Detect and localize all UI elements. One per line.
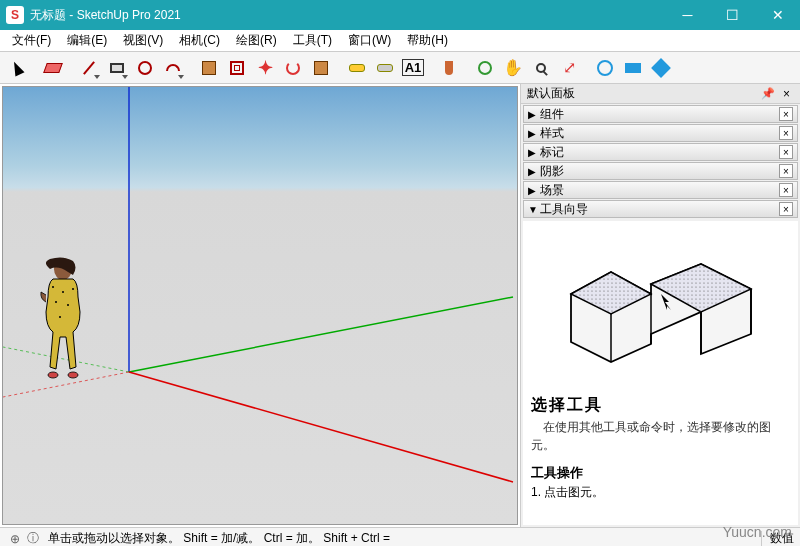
menu-bar: 文件(F) 编辑(E) 视图(V) 相机(C) 绘图(R) 工具(T) 窗口(W… bbox=[0, 30, 800, 52]
menu-window[interactable]: 窗口(W) bbox=[340, 30, 399, 51]
accordion-section-1[interactable]: ▶样式× bbox=[523, 124, 798, 142]
svg-point-8 bbox=[72, 288, 74, 290]
status-bar: ⊕ ⓘ 单击或拖动以选择对象。 Shift = 加/减。 Ctrl = 加。 S… bbox=[0, 527, 800, 546]
zoom-extents-tool[interactable]: ⤢ bbox=[556, 55, 582, 81]
extension-1-tool[interactable] bbox=[592, 55, 618, 81]
chevron-icon: ▶ bbox=[528, 109, 540, 120]
line-tool[interactable] bbox=[76, 55, 102, 81]
svg-line-1 bbox=[129, 297, 513, 372]
section-close-icon[interactable]: × bbox=[779, 164, 793, 178]
chevron-icon: ▶ bbox=[528, 185, 540, 196]
accordion-section-0[interactable]: ▶组件× bbox=[523, 105, 798, 123]
app-icon: S bbox=[6, 6, 24, 24]
instructor-ops-heading: 工具操作 bbox=[531, 464, 790, 482]
accordion-section-3[interactable]: ▶阴影× bbox=[523, 162, 798, 180]
accordion-section-2[interactable]: ▶标记× bbox=[523, 143, 798, 161]
menu-camera[interactable]: 相机(C) bbox=[171, 30, 228, 51]
toolbar: ✦ A1 ✋ ⤢ bbox=[0, 52, 800, 84]
accordion-label: 组件 bbox=[540, 106, 779, 123]
instructor-step: 1. 点击图元。 bbox=[531, 484, 790, 501]
instructor-panel: 选择工具 在使用其他工具或命令时，选择要修改的图元。 工具操作 1. 点击图元。 bbox=[523, 221, 798, 525]
menu-file[interactable]: 文件(F) bbox=[4, 30, 59, 51]
chevron-icon: ▼ bbox=[528, 204, 540, 215]
circle-tool[interactable] bbox=[132, 55, 158, 81]
accordion-label: 标记 bbox=[540, 144, 779, 161]
instructor-description: 在使用其他工具或命令时，选择要修改的图元。 bbox=[531, 418, 790, 454]
zoom-tool[interactable] bbox=[528, 55, 554, 81]
minimize-button[interactable]: ─ bbox=[665, 0, 710, 30]
extension-3-tool[interactable] bbox=[648, 55, 674, 81]
accordion-section-4[interactable]: ▶场景× bbox=[523, 181, 798, 199]
eraser-tool[interactable] bbox=[40, 55, 66, 81]
info-icon[interactable]: ⓘ bbox=[24, 530, 42, 546]
accordion-label: 工具向导 bbox=[540, 201, 779, 218]
svg-point-9 bbox=[55, 301, 57, 303]
section-close-icon[interactable]: × bbox=[779, 145, 793, 159]
svg-point-13 bbox=[68, 372, 78, 378]
maximize-button[interactable]: ☐ bbox=[710, 0, 755, 30]
accordion-label: 阴影 bbox=[540, 163, 779, 180]
panel-close-icon[interactable]: × bbox=[779, 87, 794, 101]
svg-line-2 bbox=[129, 372, 513, 482]
move-tool[interactable]: ✦ bbox=[252, 55, 278, 81]
svg-point-6 bbox=[52, 286, 54, 288]
accordion-label: 场景 bbox=[540, 182, 779, 199]
rotate-tool[interactable] bbox=[280, 55, 306, 81]
select-tool[interactable] bbox=[4, 55, 30, 81]
window-title: 无标题 - SketchUp Pro 2021 bbox=[30, 7, 665, 24]
extension-2-tool[interactable] bbox=[620, 55, 646, 81]
section-close-icon[interactable]: × bbox=[779, 183, 793, 197]
orbit-tool[interactable] bbox=[472, 55, 498, 81]
geo-icon[interactable]: ⊕ bbox=[6, 532, 24, 546]
3d-viewport[interactable] bbox=[2, 86, 518, 525]
text-tool[interactable]: A1 bbox=[400, 55, 426, 81]
instructor-illustration bbox=[531, 229, 790, 389]
default-tray-panel: 默认面板 📌 × ▶组件×▶样式×▶标记×▶阴影×▶场景×▼工具向导× bbox=[520, 84, 800, 527]
scale-figure-icon bbox=[38, 257, 88, 397]
svg-point-7 bbox=[62, 291, 64, 293]
pushpull-tool[interactable] bbox=[196, 55, 222, 81]
accordion-section-5[interactable]: ▼工具向导× bbox=[523, 200, 798, 218]
chevron-icon: ▶ bbox=[528, 166, 540, 177]
accordion-label: 样式 bbox=[540, 125, 779, 142]
instructor-title: 选择工具 bbox=[531, 395, 790, 416]
svg-point-12 bbox=[48, 372, 58, 378]
offset-tool[interactable] bbox=[224, 55, 250, 81]
close-button[interactable]: ✕ bbox=[755, 0, 800, 30]
status-message: 单击或拖动以选择对象。 Shift = 加/减。 Ctrl = 加。 Shift… bbox=[42, 530, 753, 546]
dimension-tool[interactable] bbox=[372, 55, 398, 81]
menu-help[interactable]: 帮助(H) bbox=[399, 30, 456, 51]
section-close-icon[interactable]: × bbox=[779, 202, 793, 216]
pin-icon[interactable]: 📌 bbox=[761, 87, 775, 100]
scale-tool[interactable] bbox=[308, 55, 334, 81]
section-close-icon[interactable]: × bbox=[779, 107, 793, 121]
chevron-icon: ▶ bbox=[528, 128, 540, 139]
menu-edit[interactable]: 编辑(E) bbox=[59, 30, 115, 51]
menu-view[interactable]: 视图(V) bbox=[115, 30, 171, 51]
menu-draw[interactable]: 绘图(R) bbox=[228, 30, 285, 51]
paint-tool[interactable] bbox=[436, 55, 462, 81]
panel-title: 默认面板 bbox=[527, 85, 575, 102]
tape-tool[interactable] bbox=[344, 55, 370, 81]
svg-point-11 bbox=[59, 316, 61, 318]
menu-tools[interactable]: 工具(T) bbox=[285, 30, 340, 51]
chevron-icon: ▶ bbox=[528, 147, 540, 158]
pan-tool[interactable]: ✋ bbox=[500, 55, 526, 81]
panel-header[interactable]: 默认面板 📌 × bbox=[521, 84, 800, 104]
svg-point-10 bbox=[67, 304, 69, 306]
section-close-icon[interactable]: × bbox=[779, 126, 793, 140]
arc-tool[interactable] bbox=[160, 55, 186, 81]
watermark: Yuucn.com bbox=[723, 524, 792, 540]
title-bar: S 无标题 - SketchUp Pro 2021 ─ ☐ ✕ bbox=[0, 0, 800, 30]
rectangle-tool[interactable] bbox=[104, 55, 130, 81]
